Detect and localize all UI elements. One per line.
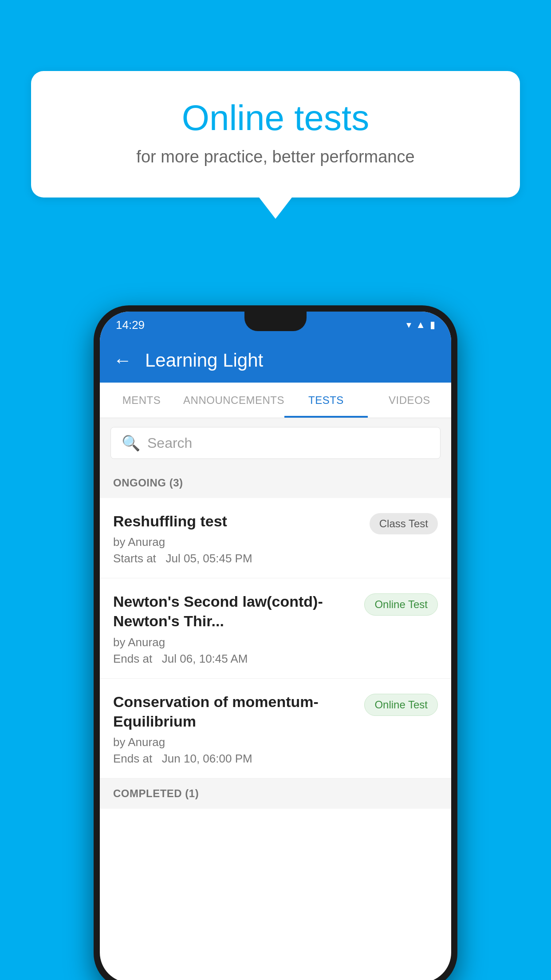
app-title: Learning Light <box>145 350 263 371</box>
test-title-2: Newton's Second law(contd)-Newton's Thir… <box>113 592 355 631</box>
test-title-1: Reshuffling test <box>113 511 361 531</box>
search-icon: 🔍 <box>122 434 140 452</box>
tab-announcements[interactable]: ANNOUNCEMENTS <box>183 383 284 418</box>
bubble-subtitle: for more practice, better performance <box>67 147 484 166</box>
notch <box>244 312 307 331</box>
test-info-2: Newton's Second law(contd)-Newton's Thir… <box>113 592 355 665</box>
badge-class-test-1: Class Test <box>370 513 438 534</box>
speech-bubble: Online tests for more practice, better p… <box>31 71 520 198</box>
search-bar[interactable]: 🔍 Search <box>110 427 441 459</box>
badge-online-test-2: Online Test <box>364 593 438 616</box>
test-time-2: Ends at Jul 06, 10:45 AM <box>113 652 355 666</box>
status-icons: ▾ ▲ ▮ <box>406 319 435 331</box>
speech-bubble-container: Online tests for more practice, better p… <box>31 71 520 198</box>
test-list: Reshuffling test by Anurag Starts at Jul… <box>100 498 451 778</box>
test-info-1: Reshuffling test by Anurag Starts at Jul… <box>113 511 361 565</box>
battery-icon: ▮ <box>430 319 435 331</box>
test-author-2: by Anurag <box>113 636 355 649</box>
test-time-3: Ends at Jun 10, 06:00 PM <box>113 752 355 766</box>
tab-videos[interactable]: VIDEOS <box>368 383 451 418</box>
back-button[interactable]: ← <box>113 350 132 371</box>
app-bar: ← Learning Light <box>100 338 451 383</box>
tabs-bar: MENTS ANNOUNCEMENTS TESTS VIDEOS <box>100 383 451 418</box>
test-item-3[interactable]: Conservation of momentum-Equilibrium by … <box>100 679 451 778</box>
search-input[interactable]: Search <box>147 435 192 451</box>
phone-inner: 14:29 ▾ ▲ ▮ ← Learning Light MENTS ANNOU… <box>100 312 451 980</box>
phone-frame: 14:29 ▾ ▲ ▮ ← Learning Light MENTS ANNOU… <box>94 305 457 980</box>
status-time: 14:29 <box>116 318 145 332</box>
test-author-3: by Anurag <box>113 735 355 749</box>
test-author-1: by Anurag <box>113 535 361 549</box>
search-container: 🔍 Search <box>100 418 451 468</box>
test-info-3: Conservation of momentum-Equilibrium by … <box>113 692 355 766</box>
test-item-2[interactable]: Newton's Second law(contd)-Newton's Thir… <box>100 578 451 678</box>
test-title-3: Conservation of momentum-Equilibrium <box>113 692 355 731</box>
ongoing-header: ONGOING (3) <box>100 468 451 498</box>
status-bar: 14:29 ▾ ▲ ▮ <box>100 312 451 338</box>
completed-header: COMPLETED (1) <box>100 778 451 809</box>
tab-tests[interactable]: TESTS <box>284 383 368 418</box>
test-time-1: Starts at Jul 05, 05:45 PM <box>113 552 361 565</box>
wifi-icon: ▾ <box>406 319 411 331</box>
tab-ments[interactable]: MENTS <box>100 383 183 418</box>
badge-online-test-3: Online Test <box>364 694 438 716</box>
test-item-1[interactable]: Reshuffling test by Anurag Starts at Jul… <box>100 498 451 578</box>
bubble-title: Online tests <box>67 98 484 138</box>
signal-icon: ▲ <box>416 319 425 331</box>
